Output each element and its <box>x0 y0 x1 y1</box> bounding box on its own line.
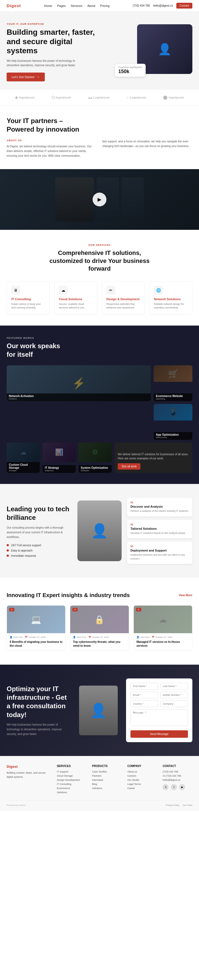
youtube-icon[interactable]: ▶ <box>179 784 185 790</box>
mobile-input[interactable] <box>160 692 188 698</box>
portfolio-label-3: Custom Cloud Storage Arctaph <box>6 462 40 473</box>
process-person-image: 👤 <box>77 501 122 561</box>
feature-label-2: Immediate response <box>11 554 36 557</box>
form-row-message <box>130 710 188 727</box>
portfolio-img-5: ⚙ <box>79 442 112 462</box>
portfolio-img-1: 🛒 <box>154 365 193 382</box>
first-name-input[interactable] <box>130 683 158 689</box>
footer-products-col: PRODUCTS Case Studies Partners Interview… <box>92 765 122 794</box>
country-input[interactable] <box>130 700 158 707</box>
message-textarea[interactable] <box>130 710 188 726</box>
footer-products-title: PRODUCTS <box>92 765 122 768</box>
footer-company-0[interactable]: About us <box>127 770 157 773</box>
footer-tagline: Building smarter, faster, and secure dig… <box>6 771 51 779</box>
nav-pricing[interactable]: Pricing <box>100 4 110 8</box>
footer-product-1[interactable]: Partners <box>92 775 122 777</box>
portfolio-label-4: IT Strategy Adiphera <box>43 465 76 473</box>
footer-service-4[interactable]: Ecommerce <box>57 787 87 790</box>
footer-service-5[interactable]: Solutions <box>57 791 87 794</box>
footer-product-3[interactable]: Blog <box>92 783 122 786</box>
blog-author-1: 👤 John Doe <box>73 636 86 638</box>
footer-contact-title: CONTACT <box>162 765 193 768</box>
logo-name-2: logoipsum <box>56 96 71 99</box>
last-name-input[interactable] <box>160 683 188 689</box>
nav-logo[interactable]: Digest <box>6 3 21 8</box>
footer-service-3[interactable]: IT Consulting <box>57 783 87 786</box>
send-message-button[interactable]: Send Message <box>130 730 188 738</box>
blog-img-placeholder-0: 💻 <box>7 606 65 633</box>
portfolio-item-3[interactable]: ☁ Custom Cloud Storage Arctaph <box>6 442 40 473</box>
company-input[interactable] <box>160 700 188 707</box>
hero-right: Visit our headquarter 📍 👤 Customer satis… <box>115 24 193 80</box>
facebook-icon[interactable]: f <box>171 784 177 790</box>
see-all-work-button[interactable]: See all work <box>118 463 140 469</box>
footer-services-items: IT Support Cloud Storage Design Developm… <box>57 770 87 794</box>
portfolio-item-4[interactable]: 📊 IT Strategy Adiphera <box>43 442 76 473</box>
footer-company-3[interactable]: Legal Terms <box>127 783 157 786</box>
nav-pages[interactable]: Pages <box>57 4 66 8</box>
blog-date-2: 📅 October 27, 2024 <box>152 636 172 638</box>
navigation: Digest Home Pages Services About Pricing… <box>0 0 199 11</box>
blog-card-0[interactable]: 💻 IT 👤 John Doe 📅 October 27, 2024 5 Ben… <box>6 605 66 651</box>
portfolio-grid-top: ⚡ Network Activation Darklinx 🛒 Ecommerc… <box>6 365 193 440</box>
nav-about[interactable]: About <box>87 4 95 8</box>
step-title-1: Tailored Solutions <box>130 527 189 530</box>
blog-card-1[interactable]: 🔒 IT 👤 John Doe 📅 October 27, 2024 Top c… <box>70 605 129 651</box>
footer-company-2[interactable]: Our Studio <box>127 779 157 781</box>
process-step-0: 01 Discover and Analysis Perform a analy… <box>127 498 193 517</box>
logo-name-3: Logoipsum <box>93 96 110 99</box>
hero-section: Your IT, Our Expertise Building smarter,… <box>0 11 199 90</box>
footer-services-col: SERVICES IT Support Cloud Storage Design… <box>57 765 87 794</box>
process-title: Leading you to tech brilliance <box>6 504 72 522</box>
footer-product-4[interactable]: Solutions <box>92 787 122 790</box>
nav-phone: (733) 434 786 <box>133 4 150 7</box>
portfolio-item-1[interactable]: 🛒 Ecommerce Website Sparkling <box>154 365 193 401</box>
logo-name-4: Logoipsum <box>130 96 146 99</box>
logo-item-2: ⬡ logoipsum <box>51 95 71 100</box>
blog-view-more[interactable]: View More <box>179 594 193 597</box>
hero-tag: Your IT, Our Expertise <box>6 22 101 25</box>
footer-service-1[interactable]: Cloud Storage <box>57 775 87 777</box>
privacy-policy-link[interactable]: Privacy Policy <box>165 804 180 807</box>
footer-bottom: Powered by Gsshiv Privacy Policy Our Tea… <box>6 800 193 807</box>
email-input[interactable] <box>130 692 158 698</box>
portfolio-item-2[interactable]: 📱 App Optimization Metronome <box>154 404 193 440</box>
form-field-company <box>160 700 188 707</box>
footer-company-4[interactable]: Career <box>127 787 157 790</box>
nav-home[interactable]: Home <box>44 4 52 8</box>
portfolio-item-5[interactable]: ⚙ System Optimization Darkplex <box>79 442 112 473</box>
about-tag: ABOUT US <box>6 139 97 142</box>
logo-icon-2: ⬡ <box>51 95 55 100</box>
hero-cta-button[interactable]: Let's Get Started → <box>6 73 45 81</box>
footer-services-title: SERVICES <box>57 765 87 768</box>
nav-services[interactable]: Services <box>71 4 82 8</box>
cta-form: Send Message <box>126 678 193 742</box>
service-card-network: 🌐 Network Solutions Reliable network des… <box>149 281 193 315</box>
portfolio-img-4: 📊 <box>43 442 76 462</box>
portfolio-cta-box: We deliver tailored IT solutions for bus… <box>114 442 193 473</box>
blog-tag-badge-2: IT <box>136 608 141 611</box>
video-play-button[interactable]: ▶ <box>93 192 106 206</box>
blog-img-0: 💻 IT <box>7 606 65 633</box>
footer-company-1[interactable]: Careers <box>127 775 157 777</box>
feature-dot-2 <box>6 555 9 557</box>
our-team-link[interactable]: Our Team <box>183 804 193 807</box>
footer-service-2[interactable]: Design Development <box>57 779 87 781</box>
about-right: fast support, and a focus on innovation,… <box>102 139 193 158</box>
nav-links: Home Pages Services About Pricing <box>44 4 109 8</box>
footer-service-0[interactable]: IT Support <box>57 770 87 773</box>
blog-card-2[interactable]: ☁ IT 👤 John Doe 📅 October 27, 2024 Manag… <box>133 605 193 651</box>
blog-img-1: 🔒 IT <box>70 606 128 633</box>
nav-contact-button[interactable]: Contact <box>177 3 193 8</box>
footer-product-2[interactable]: Interviews <box>92 779 122 781</box>
twitter-icon[interactable]: 𝕏 <box>162 784 169 790</box>
portfolio-label-2: App Optimization Metronome <box>154 432 193 440</box>
hero-title: Building smarter, faster, and secure dig… <box>6 28 101 56</box>
footer-contact-email: hello@digest.co <box>162 779 193 781</box>
process-section: Leading you to tech brilliance Our consu… <box>0 484 199 578</box>
footer-product-0[interactable]: Case Studies <box>92 770 122 773</box>
blog-author-2: 👤 John Doe <box>136 636 149 638</box>
portfolio-item-sub-0: Darklinx <box>9 398 149 400</box>
portfolio-item-0[interactable]: ⚡ Network Activation Darklinx <box>6 365 151 401</box>
portfolio-tag: FEATURED WORKS <box>6 337 193 339</box>
